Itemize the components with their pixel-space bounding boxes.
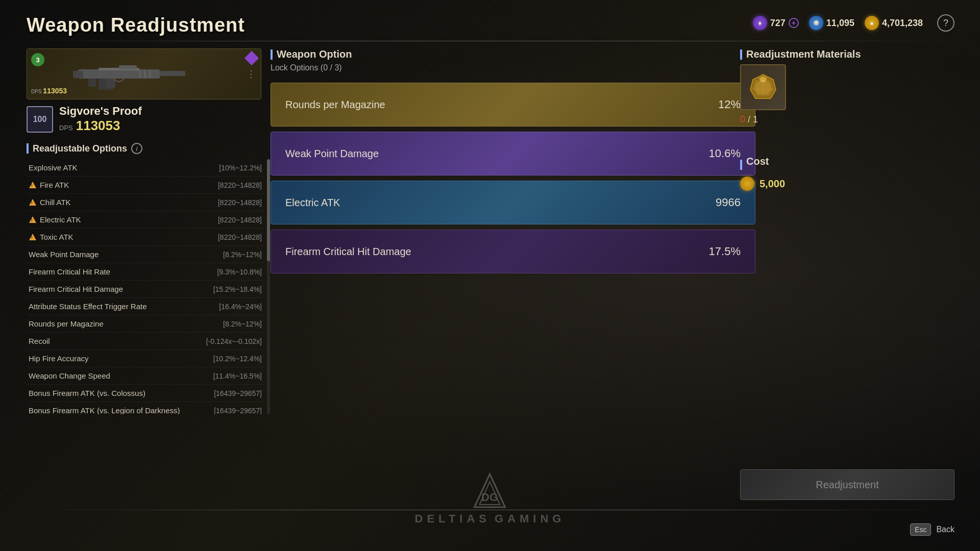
option-range: [8220~14828] <box>218 181 262 189</box>
cost-title: Cost <box>746 156 769 167</box>
option-list-item[interactable]: Chill ATK[8220~14828] <box>27 194 264 211</box>
cost-amount: 5,000 <box>760 178 785 190</box>
scrollbar-thumb <box>267 159 270 261</box>
gold-value: 4,701,238 <box>882 18 923 29</box>
option-list-item[interactable]: Hip Fire Accuracy[10.2%~12.4%] <box>27 350 264 367</box>
option-list-item[interactable]: Weapon Change Speed[11.4%~16.5%] <box>27 367 264 385</box>
option-label: Hip Fire Accuracy <box>29 354 89 363</box>
option-name: Chill ATK <box>29 198 71 207</box>
gem-plus-button[interactable]: + <box>789 18 799 28</box>
weapon-option-bar <box>271 49 273 60</box>
warning-icon <box>29 198 37 207</box>
weapon-dps-label: DPS <box>59 124 73 132</box>
cost-section: Cost 5,000 <box>740 156 954 191</box>
logo-text-row: DELTIAS GAMING <box>415 512 566 525</box>
logo-icon: DG <box>470 471 510 512</box>
svg-rect-6 <box>119 65 137 69</box>
dps-label: DPS <box>31 89 43 94</box>
dps-card-value: 113053 <box>43 87 67 95</box>
option-list-item[interactable]: Bonus Firearm ATK (vs. Legion of Darknes… <box>27 402 264 414</box>
warning-icon <box>29 233 37 241</box>
weapon-option-header: Weapon Option <box>271 48 755 60</box>
option-label: Electric ATK <box>40 215 81 224</box>
svg-text:DG: DG <box>482 491 499 504</box>
option-card-value: 17.5% <box>709 245 741 258</box>
option-list-item[interactable]: Explosive ATK[10%~12.2%] <box>27 159 264 177</box>
option-list-item[interactable]: Bonus Firearm ATK (vs. Colossus)[16439~2… <box>27 385 264 402</box>
scrollbar[interactable] <box>267 159 270 414</box>
option-range: [15.2%~18.4%] <box>213 285 262 293</box>
material-item <box>740 64 786 110</box>
option-label: Chill ATK <box>40 198 71 207</box>
option-range: [9.3%~10.8%] <box>217 268 262 276</box>
materials-header: Readjustment Materials <box>740 48 954 60</box>
option-card-name: Rounds per Magazine <box>285 99 385 111</box>
option-name: Weak Point Damage <box>29 250 99 259</box>
gem-currency: ♦ 727 + <box>753 16 799 30</box>
gold-icon: ● <box>865 16 879 30</box>
option-list-item[interactable]: Firearm Critical Hit Damage[15.2%~18.4%] <box>27 281 264 298</box>
option-list-item[interactable]: Fire ATK[8220~14828] <box>27 177 264 194</box>
logo-line2: GAMING <box>495 512 565 525</box>
option-range: [8220~14828] <box>218 198 262 207</box>
option-list-item[interactable]: Electric ATK[8220~14828] <box>27 211 264 229</box>
option-list-item[interactable]: Firearm Critical Hit Rate[9.3%~10.8%] <box>27 263 264 281</box>
option-range: [16439~29657] <box>214 389 262 397</box>
weapon-option-card[interactable]: Electric ATK9966 <box>271 181 755 224</box>
option-name: Fire ATK <box>29 181 69 189</box>
readjustment-button[interactable]: Readjustment <box>740 469 954 500</box>
option-label: Rounds per Magazine <box>29 319 104 328</box>
option-list-item[interactable]: Rounds per Magazine[8.2%~12%] <box>27 315 264 333</box>
count-separator: / <box>748 114 753 124</box>
options-title: Readjustable Options <box>33 143 127 154</box>
lock-options-text: Lock Options (0 / 3) <box>271 63 755 72</box>
page-title: Weapon Readjustment <box>27 14 245 36</box>
section-bar <box>27 143 29 154</box>
weapon-dps-row: DPS 113053 <box>59 118 142 134</box>
material-icon <box>748 72 778 103</box>
svg-rect-2 <box>160 71 185 76</box>
svg-rect-4 <box>106 79 115 88</box>
weapon-option-card[interactable]: Firearm Critical Hit Damage17.5% <box>271 230 755 273</box>
option-name: Weapon Change Speed <box>29 371 110 380</box>
count-max: 1 <box>753 114 758 124</box>
currency-bar: ♦ 727 + ❋ 11,095 ● 4,701,238 ? <box>753 14 954 32</box>
option-name: Rounds per Magazine <box>29 319 104 328</box>
logo-area: DG DELTIAS GAMING <box>415 471 566 525</box>
gem-value: 727 <box>770 18 786 29</box>
gold-coin-icon <box>740 177 754 191</box>
option-label: Bonus Firearm ATK (vs. Colossus) <box>29 389 145 397</box>
option-list-item[interactable]: Attribute Status Effect Trigger Rate[16.… <box>27 298 264 315</box>
option-range: [8220~14828] <box>218 233 262 241</box>
esc-key[interactable]: Esc <box>910 523 931 536</box>
option-name: Bonus Firearm ATK (vs. Colossus) <box>29 389 145 397</box>
weapon-option-card[interactable]: Rounds per Magazine12% <box>271 83 755 127</box>
option-label: Weapon Change Speed <box>29 371 110 380</box>
weapon-option-card[interactable]: Weak Point Damage10.6% <box>271 132 755 176</box>
option-name: Attribute Status Effect Trigger Rate <box>29 302 147 311</box>
crystal-currency: ❋ 11,095 <box>809 16 854 30</box>
weapon-option-title: Weapon Option <box>277 48 352 60</box>
option-card-value: 10.6% <box>709 147 741 160</box>
option-card-name: Electric ATK <box>285 197 340 209</box>
weapon-image <box>58 57 190 92</box>
option-card-value: 9966 <box>716 196 741 209</box>
option-list-item[interactable]: Recoil[-0.124x~-0.102x] <box>27 333 264 350</box>
gem-icon: ♦ <box>753 16 767 30</box>
option-range: [16439~29657] <box>214 407 262 415</box>
svg-rect-0 <box>78 69 160 79</box>
option-range: [11.4%~16.5%] <box>213 372 262 380</box>
option-list-item[interactable]: Weak Point Damage[8.2%~12%] <box>27 246 264 263</box>
option-card-value: 12% <box>718 98 741 111</box>
weapon-card: 3 <box>27 48 261 99</box>
gold-currency: ● 4,701,238 <box>865 16 923 30</box>
help-button[interactable]: ? <box>937 14 954 32</box>
option-name: Firearm Critical Hit Rate <box>29 267 110 276</box>
options-list-container: Explosive ATK[10%~12.2%]Fire ATK[8220~14… <box>27 159 264 414</box>
option-range: [8.2%~12%] <box>223 320 262 328</box>
svg-rect-10 <box>88 79 96 87</box>
info-icon[interactable]: i <box>131 143 142 154</box>
option-list-item[interactable]: Toxic ATK[8220~14828] <box>27 229 264 246</box>
option-label: Fire ATK <box>40 181 69 189</box>
menu-dots[interactable]: ⋮ <box>247 69 255 79</box>
